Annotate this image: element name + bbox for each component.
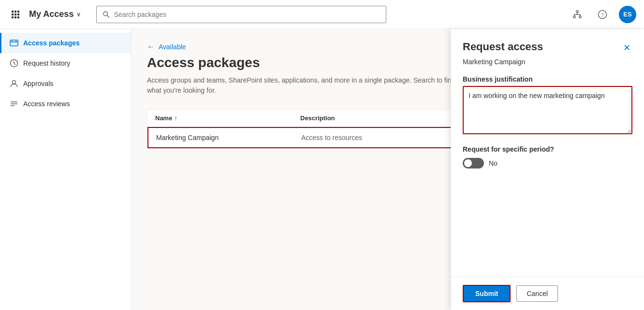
toggle-row: No (463, 158, 632, 169)
app-title[interactable]: My Access ∨ (29, 9, 81, 19)
sidebar-item-approvals[interactable]: Approvals (0, 73, 131, 94)
topnav-right-actions: ? ES (569, 6, 636, 23)
search-icon (102, 11, 110, 18)
sidebar-item-request-history[interactable]: Request history (0, 53, 131, 73)
svg-rect-7 (15, 16, 16, 18)
panel-subtitle: Marketing Campaign (451, 55, 644, 75)
svg-rect-0 (12, 11, 14, 13)
page-description: Access groups and teams, SharePoint site… (147, 75, 456, 96)
submit-button[interactable]: Submit (463, 285, 511, 302)
toggle-text: No (489, 159, 498, 167)
svg-rect-6 (12, 16, 14, 18)
sidebar-access-reviews-label: Access reviews (23, 100, 70, 108)
top-navigation: My Access ∨ ? ES (0, 0, 644, 29)
svg-rect-3 (12, 14, 14, 15)
col-name-label: Name (155, 114, 172, 122)
search-box[interactable] (96, 6, 386, 23)
sidebar-approvals-label: Approvals (23, 80, 53, 87)
avatar[interactable]: ES (619, 6, 636, 23)
svg-rect-8 (17, 16, 19, 18)
sidebar-item-access-reviews[interactable]: Access reviews (0, 94, 131, 114)
sidebar-access-packages-label: Access packages (23, 39, 80, 47)
svg-rect-1 (15, 11, 16, 13)
panel-close-button[interactable]: ✕ (621, 41, 632, 55)
search-input[interactable] (114, 11, 381, 18)
business-justification-input[interactable]: I am working on the new marketing campai… (463, 86, 632, 134)
svg-point-9 (103, 12, 108, 16)
svg-rect-4 (15, 14, 16, 15)
breadcrumb-label: Available (159, 43, 186, 51)
panel-body: Business justification I am working on t… (451, 75, 644, 277)
request-history-icon (10, 59, 18, 68)
svg-rect-5 (17, 14, 19, 15)
access-packages-icon (10, 39, 18, 47)
cancel-button[interactable]: Cancel (516, 285, 558, 302)
help-icon: ? (598, 10, 607, 19)
approvals-icon (10, 79, 18, 88)
cell-name: Marketing Campaign (156, 134, 301, 141)
specific-period-section: Request for specific period? No (463, 145, 632, 169)
business-justification-label: Business justification (463, 75, 632, 83)
svg-rect-11 (576, 11, 578, 13)
svg-rect-2 (17, 11, 19, 13)
col-header-name: Name ↑ (155, 114, 300, 122)
app-grid-button[interactable] (8, 7, 23, 22)
app-title-text: My Access (29, 9, 73, 19)
specific-period-label: Request for specific period? (463, 145, 632, 153)
svg-rect-12 (573, 16, 575, 18)
app-title-chevron: ∨ (76, 11, 81, 18)
network-icon-button[interactable] (569, 6, 586, 23)
sidebar-item-access-packages[interactable]: Access packages (0, 33, 131, 53)
sidebar: Access packages Request history Approval… (0, 29, 132, 310)
svg-text:?: ? (601, 12, 603, 18)
svg-rect-13 (579, 16, 581, 18)
svg-line-10 (107, 15, 109, 17)
panel-title: Request access (463, 41, 543, 53)
sidebar-request-history-label: Request history (23, 59, 70, 67)
breadcrumb-arrow: ← (147, 42, 155, 51)
svg-point-25 (13, 81, 16, 84)
business-justification-section: Business justification I am working on t… (463, 75, 632, 136)
org-chart-icon (572, 10, 582, 19)
toggle-knob (464, 159, 472, 167)
request-access-panel: Request access ✕ Marketing Campaign Busi… (451, 29, 644, 310)
panel-footer: Submit Cancel (451, 277, 644, 310)
specific-period-toggle[interactable] (463, 158, 484, 169)
svg-rect-20 (10, 40, 18, 46)
panel-header: Request access ✕ (451, 29, 644, 55)
access-reviews-icon (10, 99, 18, 108)
col-name-sort-icon: ↑ (174, 114, 177, 122)
help-button[interactable]: ? (594, 6, 611, 23)
